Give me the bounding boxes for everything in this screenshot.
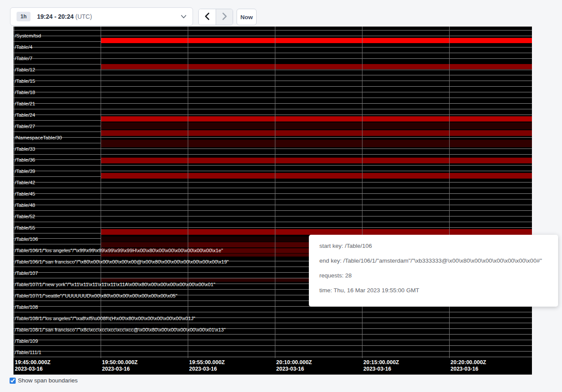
key-visualizer-page: 1h 19:24 - 20:24 (UTC) Now /System/tsd/T…: [0, 0, 562, 392]
footer: Show span boundaries: [10, 377, 78, 384]
tick-date: 2023-03-16: [15, 366, 51, 372]
grid-line-h: [14, 70, 532, 70]
grid-line-h: [14, 137, 532, 138]
grid-line-h: [14, 103, 532, 104]
grid-line-h: [14, 171, 532, 171]
heat-band[interactable]: [101, 38, 532, 43]
chevron-left-icon: [205, 13, 210, 21]
span-label: /Table/52: [15, 214, 35, 219]
tick-time: 20:15:00.000Z: [363, 359, 399, 366]
tick-time: 20:20:00.000Z: [450, 359, 486, 366]
span-label: /Table/27: [15, 124, 35, 129]
tooltip-end-key: end key: /Table/106/1/"amsterdam"/"\xb33…: [319, 253, 548, 268]
heat-band[interactable]: [101, 116, 532, 122]
heat-band[interactable]: [101, 173, 532, 179]
tick-time: 19:55:00.000Z: [189, 359, 225, 366]
grid-line-v: [275, 27, 275, 358]
span-label: /Table/24: [15, 112, 35, 118]
span-label: /Table/106/1/"san francisco"/"\x80\x00\x…: [15, 259, 229, 264]
tooltip-requests: requests: 28: [319, 268, 548, 283]
span-label: /Table/15: [15, 78, 35, 84]
tick-time: 19:50:00.000Z: [102, 359, 138, 366]
grid-line-v: [101, 27, 101, 358]
next-time-button[interactable]: [216, 9, 233, 25]
tooltip-start-key: start key: /Table/106: [319, 239, 548, 253]
time-range-label: 19:24 - 20:24 (UTC): [37, 13, 92, 20]
tick-date: 2023-03-16: [102, 366, 138, 372]
hover-tooltip: start key: /Table/106 end key: /Table/10…: [309, 235, 558, 307]
grid-line-h: [14, 165, 532, 166]
span-label: /Table/36: [15, 157, 35, 162]
grid-line-h: [14, 115, 532, 115]
grid-line-h: [14, 323, 532, 323]
now-button[interactable]: Now: [237, 9, 257, 25]
grid-line-h: [14, 36, 532, 36]
span-label: /Table/42: [15, 180, 35, 185]
grid-line-h: [14, 81, 532, 81]
grid-line-h: [14, 357, 532, 357]
heat-band[interactable]: [101, 130, 532, 136]
grid-line-h: [14, 351, 532, 351]
tooltip-time: time: Thu, 16 Mar 2023 19:55:00 GMT: [319, 283, 548, 298]
grid-line-h: [14, 154, 532, 155]
time-nav-button-group: [198, 9, 233, 25]
tick-time: 20:10:00.000Z: [276, 359, 312, 366]
span-label: /Table/108/1/"los angeles"/"\xa8\xf5\u00…: [15, 316, 195, 321]
heat-band[interactable]: [101, 122, 532, 129]
grid-line-h: [14, 92, 532, 92]
span-label: /Table/18: [15, 90, 35, 95]
heat-band[interactable]: [101, 140, 532, 147]
grid-line-h: [14, 98, 532, 98]
grid-line-h: [14, 149, 532, 149]
grid-line-h: [14, 210, 532, 211]
grid-line-h: [14, 58, 532, 59]
grid-line-h: [14, 47, 532, 47]
span-label: /Table/12: [15, 67, 35, 72]
utc-label: (UTC): [75, 13, 92, 20]
keyvis-plot[interactable]: /System/tsd/Table/4/Table/7/Table/12/Tab…: [14, 27, 532, 358]
grid-line-v: [362, 27, 362, 358]
time-range-select[interactable]: 1h 19:24 - 20:24 (UTC): [10, 7, 193, 26]
duration-badge: 1h: [17, 12, 30, 21]
grid-line-h: [14, 30, 532, 30]
span-label: /Table/45: [15, 191, 35, 196]
tick-date: 2023-03-16: [450, 366, 486, 372]
grid-line-h: [14, 312, 532, 312]
span-label: /Table/107: [15, 270, 38, 276]
heat-band[interactable]: [101, 64, 532, 69]
grid-line-h: [14, 205, 532, 205]
heat-band[interactable]: [101, 229, 532, 235]
grid-line-h: [14, 188, 532, 188]
axis-tick: 19:50:00.000Z2023-03-16: [102, 359, 138, 372]
grid-line-v: [188, 27, 188, 358]
axis-tick: 19:55:00.000Z2023-03-16: [189, 359, 225, 372]
axis-tick: 20:10:00.000Z2023-03-16: [276, 359, 312, 372]
span-label: /Table/107/1/"seattle"/"UUUUUUD\x00\x80\…: [15, 293, 177, 298]
keyvis-heatmap[interactable]: /System/tsd/Table/4/Table/7/Table/12/Tab…: [14, 27, 532, 375]
time-axis: 19:45:00.000Z2023-03-1619:50:00.000Z2023…: [14, 358, 532, 375]
span-label: /Table/7: [15, 56, 32, 61]
span-label: /NamespaceTable/30: [15, 135, 62, 140]
span-label: /Table/48: [15, 203, 35, 208]
axis-tick: 19:45:00.000Z2023-03-16: [15, 359, 51, 372]
span-label: /Table/39: [15, 169, 35, 174]
span-label: /Table/106: [15, 237, 38, 242]
span-label: /Table/108/1/"san francisco"/"\x8c\xcc\x…: [15, 327, 226, 332]
grid-line-h: [14, 109, 532, 109]
prev-time-button[interactable]: [199, 9, 216, 25]
show-span-boundaries-label: Show span boundaries: [18, 377, 78, 384]
tick-time: 19:45:00.000Z: [15, 359, 51, 366]
axis-tick: 20:15:00.000Z2023-03-16: [363, 359, 399, 372]
grid-line-h: [14, 75, 532, 75]
span-label: /Table/21: [15, 101, 35, 106]
span-label: /Table/109: [15, 338, 38, 344]
grid-line-h: [14, 53, 532, 53]
span-label: /Table/108: [15, 304, 38, 310]
span-label: /System/tsd: [15, 33, 41, 38]
show-span-boundaries-checkbox[interactable]: [10, 378, 16, 384]
axis-tick: 20:20:00.000Z2023-03-16: [450, 359, 486, 372]
heat-band[interactable]: [101, 158, 532, 163]
grid-line-h: [14, 345, 532, 346]
grid-line-v: [449, 27, 450, 358]
grid-line-h: [14, 86, 532, 87]
